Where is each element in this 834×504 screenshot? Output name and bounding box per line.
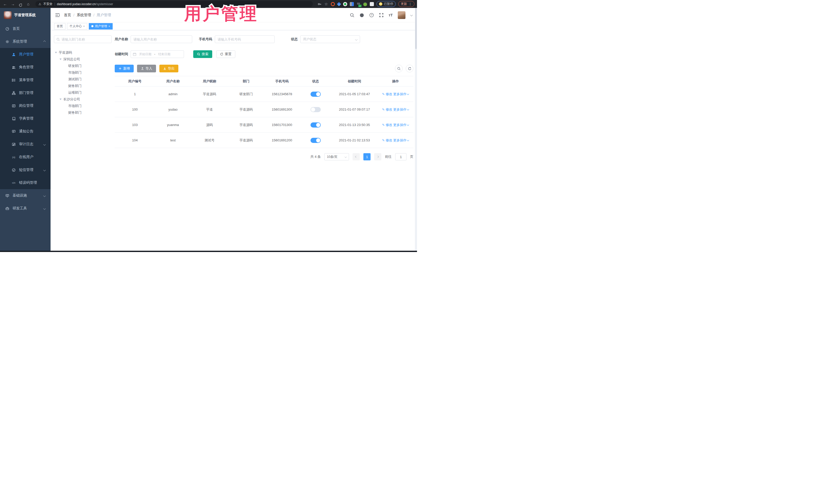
extension-icon-puzzle[interactable] — [370, 2, 374, 6]
browser-forward-button[interactable]: → — [10, 0, 15, 8]
tree-node[interactable]: 财务部门 — [54, 109, 112, 116]
sidebar-item-system[interactable]: 系统管理 — [0, 35, 50, 48]
export-button[interactable]: 导出 — [159, 65, 178, 72]
department-search-box[interactable] — [54, 36, 112, 43]
date-range-picker[interactable]: - — [131, 50, 184, 58]
tree-expand-caret-icon[interactable] — [55, 52, 57, 53]
scrollbar-thumb[interactable] — [415, 8, 417, 49]
tree-expand-caret-icon[interactable] — [60, 59, 62, 60]
search-button[interactable]: 搜索 — [193, 50, 212, 58]
department-search-input[interactable] — [62, 38, 109, 41]
breadcrumb-home[interactable]: 首页 — [64, 13, 71, 18]
url-text: dashboard.yudao.iocoder.cn/system/user — [57, 2, 113, 6]
username-input[interactable] — [131, 36, 192, 43]
current-page-button[interactable]: 1 — [364, 153, 371, 160]
status-toggle[interactable] — [310, 107, 321, 112]
start-date-input[interactable] — [137, 52, 153, 56]
tree-node[interactable]: 测试部门 — [54, 76, 112, 83]
tree-node[interactable]: 芋道源码 — [54, 49, 112, 56]
avatar[interactable] — [398, 11, 405, 19]
tree-node[interactable]: 市场部门 — [54, 69, 112, 76]
tree-expand-caret-icon[interactable] — [60, 98, 62, 100]
extension-icon-orange[interactable] — [331, 2, 335, 6]
more-actions-link[interactable]: 更多操作 — [393, 92, 409, 96]
browser-reload-button[interactable] — [18, 1, 23, 7]
edit-link[interactable]: ✎ 修改 — [382, 92, 392, 96]
edit-link[interactable]: ✎ 修改 — [382, 108, 392, 111]
extension-icon-sprout[interactable] — [363, 2, 367, 6]
browser-home-button[interactable]: ⌂ — [26, 0, 31, 8]
browser-menu-icon[interactable]: ⋮ — [409, 2, 412, 6]
sidebar-item-users[interactable]: 用户管理 — [0, 48, 50, 61]
sidebar-item-sms[interactable]: 短信管理 — [0, 163, 50, 176]
tree-node[interactable]: 研发部门 — [54, 63, 112, 69]
more-actions-link[interactable]: 更多操作 — [393, 108, 409, 111]
goto-page-input[interactable] — [395, 153, 407, 160]
prev-page-button[interactable] — [353, 153, 360, 160]
end-date-input[interactable] — [156, 52, 172, 56]
next-page-button[interactable] — [374, 153, 381, 160]
password-key-icon[interactable] — [317, 2, 322, 6]
edit-link[interactable]: ✎ 修改 — [382, 123, 392, 127]
status-select[interactable]: 用户状态 — [300, 36, 360, 43]
more-actions-link[interactable]: 更多操作 — [393, 123, 409, 127]
tree-node[interactable]: 财务部门 — [54, 83, 112, 89]
col-status: 状态 — [300, 76, 331, 86]
browser-back-button[interactable]: ← — [3, 0, 8, 8]
status-toggle[interactable] — [310, 138, 321, 143]
sidebar-collapse-icon[interactable] — [55, 13, 60, 17]
browser-update-button[interactable]: 更新 ⋮ — [398, 1, 414, 7]
status-toggle[interactable] — [310, 92, 321, 97]
tree-node[interactable]: 深圳总公司 — [54, 56, 112, 63]
sidebar-item-roles[interactable]: 角色管理 — [0, 61, 50, 74]
sidebar-item-dictionary[interactable]: 字典管理 — [0, 112, 50, 125]
mobile-input[interactable] — [215, 36, 275, 43]
extension-icon-blue-gem[interactable] — [337, 2, 341, 6]
import-button[interactable]: 导入 — [137, 65, 156, 72]
profile-paused-badge[interactable]: 已暂停 — [376, 1, 396, 7]
status-toggle[interactable] — [310, 123, 321, 128]
sidebar-item-infrastructure[interactable]: 基础设施 — [0, 189, 50, 202]
sidebar-item-audit-log[interactable]: 审计日志 — [0, 138, 50, 151]
sidebar-item-departments[interactable]: 部门管理 — [0, 86, 50, 99]
create-time-label: 创建时间 — [115, 52, 128, 57]
edit-link[interactable]: ✎ 修改 — [382, 138, 392, 142]
table-toolbar: 新增 导入 导出 — [115, 65, 413, 72]
tree-node[interactable]: 市场部门 — [54, 103, 112, 109]
reset-button[interactable]: 重置 — [216, 50, 235, 58]
close-icon[interactable]: × — [108, 25, 110, 28]
sidebar-item-dev-tools[interactable]: 研发工具 — [0, 202, 50, 215]
extension-icon-tampermonkey-on[interactable]: on — [356, 2, 360, 6]
page-scrollbar[interactable] — [415, 8, 417, 251]
search-icon[interactable] — [350, 13, 354, 18]
sidebar-item-announcements[interactable]: 通知公告 — [0, 125, 50, 138]
extension-icon-grid[interactable] — [350, 2, 354, 6]
sidebar-item-online-users[interactable]: (A) 在线用户 — [0, 151, 50, 163]
page-size-select[interactable]: 10条/页 — [324, 153, 349, 160]
more-actions-link[interactable]: 更多操作 — [393, 138, 409, 142]
fullscreen-icon[interactable] — [379, 13, 383, 18]
tab-user-management[interactable]: 用户管理× — [89, 23, 112, 29]
sidebar-item-posts[interactable]: 岗位管理 — [0, 99, 50, 112]
tab-profile[interactable]: 个人中心× — [67, 23, 87, 29]
tab-home[interactable]: 首页 — [54, 23, 65, 29]
avatar-dropdown-caret-icon[interactable] — [410, 14, 413, 17]
breadcrumb-system[interactable]: 系统管理 — [77, 13, 91, 18]
help-icon[interactable]: ? — [369, 13, 374, 18]
app-logo-row[interactable]: 芋道管理系统 — [0, 8, 50, 22]
extension-icon-green-circle[interactable] — [343, 2, 347, 6]
bookmark-star-icon[interactable]: ☆ — [324, 0, 328, 8]
sidebar-item-home[interactable]: 首页 — [0, 22, 50, 35]
add-button[interactable]: 新增 — [115, 65, 134, 72]
font-size-icon[interactable]: ᴛT — [389, 13, 393, 17]
window-bottom-edge — [0, 251, 417, 252]
tree-node[interactable]: 长沙分公司 — [54, 96, 112, 103]
close-icon[interactable]: × — [83, 25, 85, 28]
sidebar-item-menus[interactable]: 菜单管理 — [0, 74, 50, 86]
tree-node[interactable]: 运维部门 — [54, 89, 112, 96]
toggle-search-button[interactable] — [395, 65, 403, 72]
address-bar[interactable]: ⚠ 不安全 dashboard.yudao.iocoder.cn/system/… — [36, 1, 313, 7]
refresh-table-button[interactable] — [406, 65, 413, 72]
github-icon[interactable] — [359, 13, 364, 18]
sidebar-item-error-codes[interactable]: </> 错误码管理 — [0, 176, 50, 189]
